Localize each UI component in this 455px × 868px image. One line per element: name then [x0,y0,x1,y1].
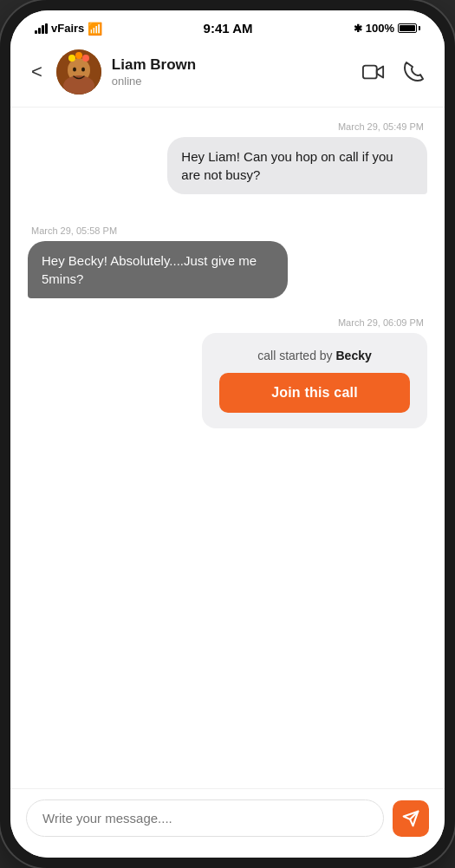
bubble-sent-1: Hey Liam! Can you hop on call if you are… [167,137,427,194]
message-received-1: Hey Becky! Absolutely....Just give me 5m… [28,241,427,298]
bluetooth-icon: ✱ [354,23,362,35]
message-sent-1: Hey Liam! Can you hop on call if you are… [28,137,427,194]
phone-frame: vFairs 📶 9:41 AM ✱ 100% < [0,0,455,868]
video-call-button[interactable] [360,58,387,86]
voice-call-icon [402,61,425,83]
status-time: 9:41 AM [204,21,253,36]
timestamp-msg3: March 29, 06:09 PM [28,317,427,328]
svg-point-7 [81,68,85,72]
battery-percentage: 100% [366,22,394,35]
svg-point-3 [68,55,75,62]
call-started-by: Becky [336,349,372,362]
call-card-wrapper: call started by Becky Join this call [28,333,427,428]
call-card: call started by Becky Join this call [202,333,427,428]
send-button[interactable] [393,800,429,837]
send-icon [402,810,419,827]
call-started-text: call started by Becky [219,349,410,362]
back-button[interactable]: < [28,57,46,87]
bubble-received-1: Hey Becky! Absolutely....Just give me 5m… [28,241,288,298]
svg-point-4 [75,52,82,59]
user-info: Liam Brown online [112,56,360,88]
status-left: vFairs 📶 [35,22,102,36]
carrier-label: vFairs [51,22,84,35]
contact-status: online [112,75,360,88]
phone-screen: vFairs 📶 9:41 AM ✱ 100% < [10,10,445,858]
contact-name: Liam Brown [112,56,360,74]
svg-point-5 [82,55,89,62]
video-call-icon [362,61,385,83]
status-bar: vFairs 📶 9:41 AM ✱ 100% [10,10,445,41]
timestamp-msg1: March 29, 05:49 PM [28,121,427,132]
input-bar [10,788,445,858]
battery-icon [398,23,420,33]
join-call-button[interactable]: Join this call [219,373,410,413]
wifi-icon: 📶 [88,22,102,36]
chat-body: March 29, 05:49 PM Hey Liam! Can you hop… [10,108,445,788]
chat-header: < [10,41,445,108]
timestamp-msg2: March 29, 05:58 PM [28,225,427,236]
svg-point-6 [73,68,76,72]
voice-call-button[interactable] [400,58,427,86]
svg-rect-8 [363,66,377,79]
header-actions [360,58,427,86]
avatar [56,49,101,95]
signal-icon [35,23,48,34]
status-right: ✱ 100% [354,22,420,35]
message-input[interactable] [26,799,384,837]
